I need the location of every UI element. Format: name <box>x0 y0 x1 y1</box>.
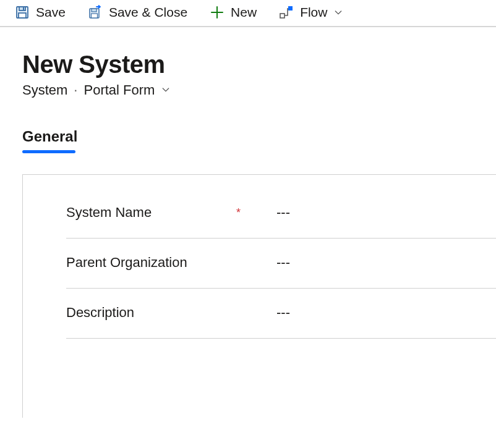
svg-rect-5 <box>92 9 96 12</box>
svg-rect-1 <box>19 7 25 11</box>
svg-rect-3 <box>23 7 24 10</box>
tab-underline <box>22 150 75 153</box>
plus-icon <box>210 5 224 20</box>
svg-rect-6 <box>91 14 97 18</box>
breadcrumb[interactable]: System · Portal Form <box>22 82 474 98</box>
field-parent-organization[interactable]: Parent Organization --- <box>66 239 496 289</box>
field-description[interactable]: Description --- <box>66 289 496 339</box>
chevron-down-icon <box>161 82 171 98</box>
field-value[interactable]: --- <box>254 255 496 271</box>
svg-rect-2 <box>19 13 26 18</box>
page-header: New System System · Portal Form <box>0 27 496 98</box>
page-title: New System <box>22 51 474 78</box>
breadcrumb-form: Portal Form <box>83 82 155 98</box>
tab-general[interactable]: General <box>22 128 77 149</box>
field-label-wrap: Parent Organization <box>66 255 254 271</box>
breadcrumb-entity: System <box>22 82 67 98</box>
new-label: New <box>231 5 257 20</box>
field-label: Description <box>66 305 134 321</box>
save-button[interactable]: Save <box>15 5 66 20</box>
form-panel: System Name * --- Parent Organization --… <box>22 174 496 418</box>
command-bar: Save Save & Close New F <box>0 0 496 27</box>
field-system-name[interactable]: System Name * --- <box>66 188 496 239</box>
field-label-wrap: System Name * <box>66 205 254 221</box>
save-icon <box>15 5 30 20</box>
flow-label: Flow <box>300 5 327 20</box>
save-label: Save <box>36 5 66 20</box>
breadcrumb-separator: · <box>74 82 77 98</box>
tab-list: General <box>0 98 496 153</box>
new-button[interactable]: New <box>210 5 257 20</box>
save-close-label: Save & Close <box>109 5 187 20</box>
svg-rect-7 <box>280 14 284 18</box>
save-and-close-button[interactable]: Save & Close <box>88 5 187 20</box>
field-label: System Name <box>66 205 152 221</box>
flow-icon <box>279 5 294 20</box>
save-close-icon <box>88 5 103 20</box>
chevron-down-icon <box>333 5 343 20</box>
flow-button[interactable]: Flow <box>279 5 343 20</box>
field-value[interactable]: --- <box>254 305 496 321</box>
svg-rect-8 <box>288 6 293 11</box>
required-asterisk: * <box>236 206 241 219</box>
field-value[interactable]: --- <box>254 205 496 221</box>
field-label-wrap: Description <box>66 305 254 321</box>
field-label: Parent Organization <box>66 255 187 271</box>
